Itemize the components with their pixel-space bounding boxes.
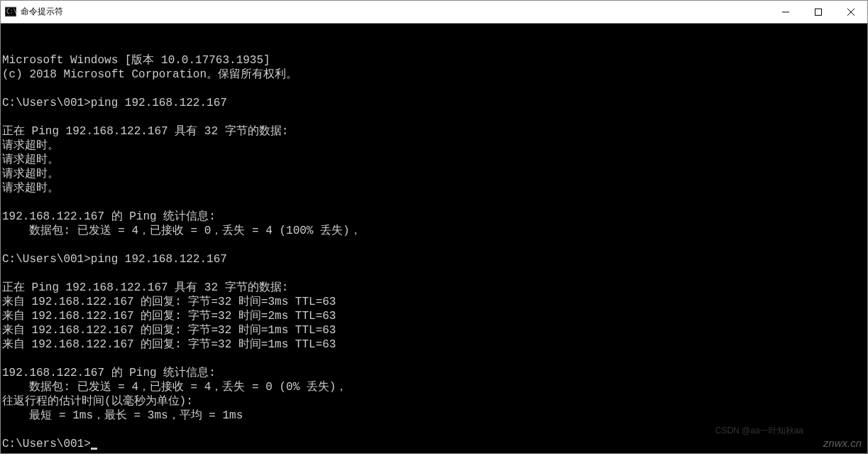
terminal-line: 数据包: 已发送 = 4，已接收 = 4，丢失 = 0 (0% 丢失)， bbox=[2, 380, 867, 394]
terminal-line bbox=[2, 266, 867, 281]
terminal-line: 192.168.122.167 的 Ping 统计信息: bbox=[2, 210, 867, 224]
terminal-line: 来自 192.168.122.167 的回复: 字节=32 时间=1ms TTL… bbox=[2, 337, 867, 352]
terminal-line: 请求超时。 bbox=[2, 153, 867, 167]
terminal-line: C:\Users\001>ping 192.168.122.167 bbox=[2, 96, 867, 110]
terminal-line: 正在 Ping 192.168.122.167 具有 32 字节的数据: bbox=[2, 124, 867, 139]
terminal-line: (c) 2018 Microsoft Corporation。保留所有权利。 bbox=[2, 67, 867, 82]
terminal-line: 往返行程的估计时间(以毫秒为单位): bbox=[2, 394, 867, 409]
terminal-line: 数据包: 已发送 = 4，已接收 = 0，丢失 = 4 (100% 丢失)， bbox=[2, 224, 867, 238]
terminal-line: 请求超时。 bbox=[2, 167, 867, 181]
terminal-line: 192.168.122.167 的 Ping 统计信息: bbox=[2, 366, 867, 380]
terminal-line bbox=[2, 352, 867, 366]
minimize-button[interactable] bbox=[769, 1, 802, 23]
svg-text:C:\: C:\ bbox=[6, 9, 16, 15]
cursor bbox=[91, 448, 97, 450]
close-button[interactable] bbox=[835, 1, 867, 23]
maximize-button[interactable] bbox=[802, 1, 835, 23]
terminal-line bbox=[2, 238, 867, 252]
titlebar[interactable]: C:\ 命令提示符 bbox=[1, 1, 867, 23]
terminal-line: Microsoft Windows [版本 10.0.17763.1935] bbox=[2, 53, 867, 67]
terminal-line bbox=[2, 423, 867, 437]
terminal-output[interactable]: Microsoft Windows [版本 10.0.17763.1935](c… bbox=[1, 23, 867, 453]
terminal-line: 请求超时。 bbox=[2, 181, 867, 195]
svg-rect-3 bbox=[815, 9, 822, 15]
terminal-line bbox=[2, 82, 867, 96]
command-prompt-window: C:\ 命令提示符 Microsoft Windows [版本 10.0.177… bbox=[0, 0, 868, 454]
terminal-line: 来自 192.168.122.167 的回复: 字节=32 时间=2ms TTL… bbox=[2, 309, 867, 323]
terminal-line: C:\Users\001>ping 192.168.122.167 bbox=[2, 252, 867, 266]
terminal-line: C:\Users\001> bbox=[2, 437, 867, 451]
window-controls bbox=[769, 1, 867, 23]
terminal-line: 正在 Ping 192.168.122.167 具有 32 字节的数据: bbox=[2, 281, 867, 295]
terminal-line: 最短 = 1ms，最长 = 3ms，平均 = 1ms bbox=[2, 409, 867, 423]
terminal-line bbox=[2, 110, 867, 124]
cmd-icon: C:\ bbox=[5, 6, 16, 18]
terminal-line: 请求超时。 bbox=[2, 139, 867, 153]
terminal-line: 来自 192.168.122.167 的回复: 字节=32 时间=1ms TTL… bbox=[2, 323, 867, 337]
window-title: 命令提示符 bbox=[21, 6, 769, 18]
terminal-line: 来自 192.168.122.167 的回复: 字节=32 时间=3ms TTL… bbox=[2, 295, 867, 309]
terminal-line bbox=[2, 195, 867, 210]
